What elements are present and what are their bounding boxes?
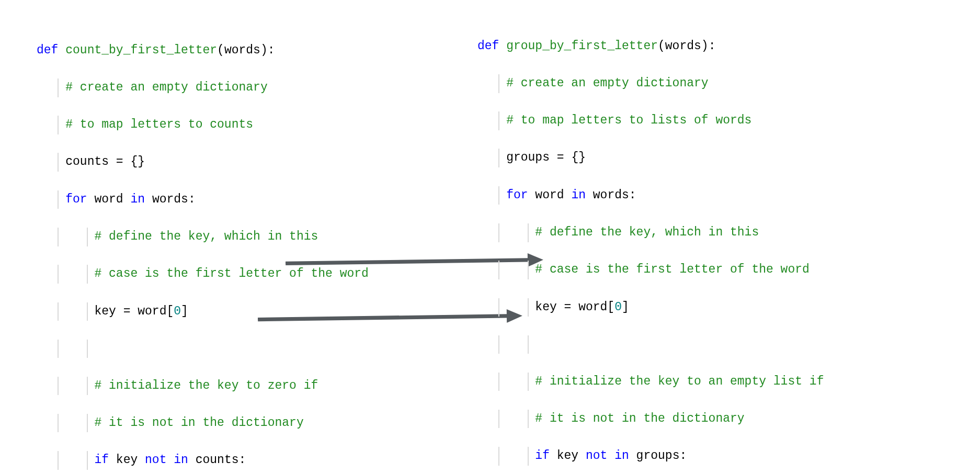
code-line: def count_by_first_letter(words): (37, 41, 369, 60)
code-line: # initialize the key to an empty list if (477, 373, 824, 391)
code-line (37, 340, 369, 358)
code-line: for word in words: (37, 190, 369, 209)
code-line: for word in words: (477, 186, 824, 205)
code-line: # create an empty dictionary (37, 78, 369, 97)
code-line: # initialize the key to zero if (37, 377, 369, 396)
code-line: if key not in groups: (477, 447, 824, 466)
left-code-block: def count_by_first_letter(words): # crea… (37, 22, 369, 473)
code-line: if key not in counts: (37, 451, 369, 470)
code-line: # to map letters to counts (37, 116, 369, 134)
code-line (477, 335, 824, 354)
code-line: # case is the first letter of the word (37, 265, 369, 284)
code-line: # it is not in the dictionary (477, 410, 824, 429)
code-line: key = word[0] (477, 298, 824, 317)
code-line: # case is the first letter of the word (477, 261, 824, 279)
code-line: counts = {} (37, 153, 369, 172)
code-line: def group_by_first_letter(words): (477, 37, 824, 56)
code-line: groups = {} (477, 149, 824, 167)
code-line: # define the key, which in this (37, 228, 369, 246)
code-line: # create an empty dictionary (477, 74, 824, 93)
code-line: # define the key, which in this (477, 223, 824, 242)
code-line: # to map letters to lists of words (477, 111, 824, 130)
code-line: # it is not in the dictionary (37, 414, 369, 433)
right-code-block: def group_by_first_letter(words): # crea… (477, 18, 824, 473)
